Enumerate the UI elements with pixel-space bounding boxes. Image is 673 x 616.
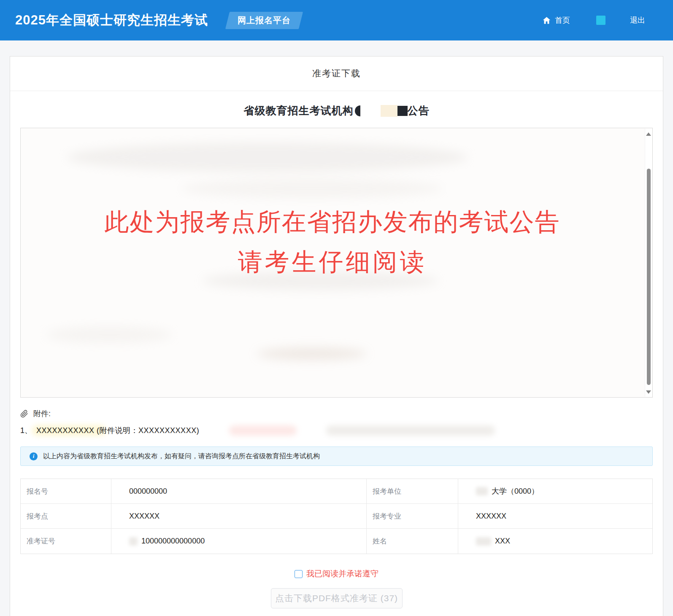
info-icon: i (30, 452, 38, 460)
redaction-smudge (476, 537, 491, 546)
agreement-row: 我已阅读并承诺遵守 (20, 568, 653, 579)
table-row: 报名号 000000000 报考单位 大学（0000） (21, 479, 652, 504)
redaction-smudge (229, 425, 297, 436)
field-label-baokaodanwei: 报考单位 (367, 479, 458, 503)
scrollbar-thumb[interactable] (647, 169, 651, 385)
home-label: 首页 (555, 15, 570, 25)
header-nav: 首页 退出 (542, 15, 658, 25)
redaction-mark (397, 106, 408, 116)
download-pdf-button[interactable]: 点击下载PDF格式准考证 (37) (271, 588, 403, 608)
paperclip-icon (20, 410, 28, 418)
redaction-mark (381, 105, 397, 117)
info-alert-text: 以上内容为省级教育招生考试机构发布，如有疑问，请咨询报考点所在省级教育招生考试机… (43, 452, 320, 461)
attachment-text: XXXXXXXXXXX (附件说明：XXXXXXXXXXX) (36, 425, 199, 436)
announcement-title: 省级教育招生考试机构公告 (20, 104, 653, 118)
redaction-smudge (476, 487, 488, 495)
info-alert: i 以上内容为省级教育招生考试机构发布，如有疑问，请咨询报考点所在省级教育招生考… (20, 447, 653, 466)
logout-link[interactable]: 退出 (630, 15, 645, 25)
field-label-baokaodian: 报考点 (21, 504, 111, 528)
app-title: 2025年全国硕士研究生招生考试 (15, 11, 208, 29)
blurred-document-smudge (46, 326, 173, 343)
home-icon (542, 16, 551, 25)
candidate-info-table: 报名号 000000000 报考单位 大学（0000） 报考点 XXXXXX 报… (20, 479, 653, 554)
field-value-baokaozhuanye: XXXXXX (458, 504, 652, 528)
page-title: 准考证下载 (10, 56, 663, 91)
announcement-title-prefix: 省级教育招生考试机构 (244, 104, 354, 118)
home-link[interactable]: 首页 (542, 15, 570, 25)
field-value-baokaodian: XXXXXX (111, 504, 367, 528)
field-value-zhunkaozhenghao: 100000000000000 (111, 529, 367, 554)
table-row: 报考点 XXXXXX 报考专业 XXXXXX (21, 504, 652, 529)
field-value-xingming: XXX (458, 529, 652, 554)
field-label-baominghao: 报名号 (21, 479, 111, 503)
table-row: 准考证号 100000000000000 姓名 XXX (21, 529, 652, 554)
scroll-down-arrow-icon[interactable] (646, 390, 651, 394)
platform-badge-label: 网上报名平台 (238, 15, 291, 26)
announcement-warning-line1: 此处为报考点所在省招办发布的考试公告 (21, 210, 644, 234)
header: 2025年全国硕士研究生招生考试 网上报名平台 首页 退出 (0, 0, 673, 40)
scroll-up-arrow-icon[interactable] (646, 132, 651, 136)
logout-label: 退出 (630, 15, 645, 25)
field-value-text: 100000000000000 (141, 537, 205, 546)
attachment-index: 1、 (20, 425, 32, 436)
agree-checkbox[interactable] (295, 570, 303, 578)
agree-label[interactable]: 我已阅读并承诺遵守 (306, 568, 378, 579)
cyan-square-icon (596, 16, 605, 25)
attachment-item[interactable]: 1、 XXXXXXXXXXX (附件说明：XXXXXXXXXXX) (20, 425, 653, 436)
blurred-document-smudge (257, 347, 367, 360)
field-value-text: 大学（0000） (492, 486, 539, 496)
announcement-warning-text: 此处为报考点所在省招办发布的考试公告 请考生仔细阅读 (21, 210, 644, 274)
field-label-xingming: 姓名 (367, 529, 458, 554)
redaction-smudge (129, 537, 138, 546)
redaction-smudge (326, 425, 495, 436)
blurred-document-smudge (181, 179, 443, 198)
field-value-baokaodanwei: 大学（0000） (458, 479, 652, 503)
announcement-title-suffix: 公告 (408, 104, 430, 118)
field-label-zhunkaozhenghao: 准考证号 (21, 529, 111, 554)
field-value-text: XXX (495, 537, 510, 546)
field-value-baominghao: 000000000 (111, 479, 367, 503)
platform-badge: 网上报名平台 (225, 12, 303, 29)
attachments-label: 附件: (33, 409, 51, 419)
main-card: 准考证下载 省级教育招生考试机构公告 此处为报考点所在省招办发布的考试公告 请考… (10, 56, 663, 616)
redaction-mark (355, 105, 360, 116)
attachments-header: 附件: (20, 409, 653, 419)
field-label-baokaozhuanye: 报考专业 (367, 504, 458, 528)
announcement-warning-line2: 请考生仔细阅读 (21, 250, 644, 274)
blurred-document-smudge (67, 143, 468, 172)
notice-scrollbar[interactable] (645, 129, 652, 397)
announcement-image-panel: 此处为报考点所在省招办发布的考试公告 请考生仔细阅读 (20, 128, 653, 398)
